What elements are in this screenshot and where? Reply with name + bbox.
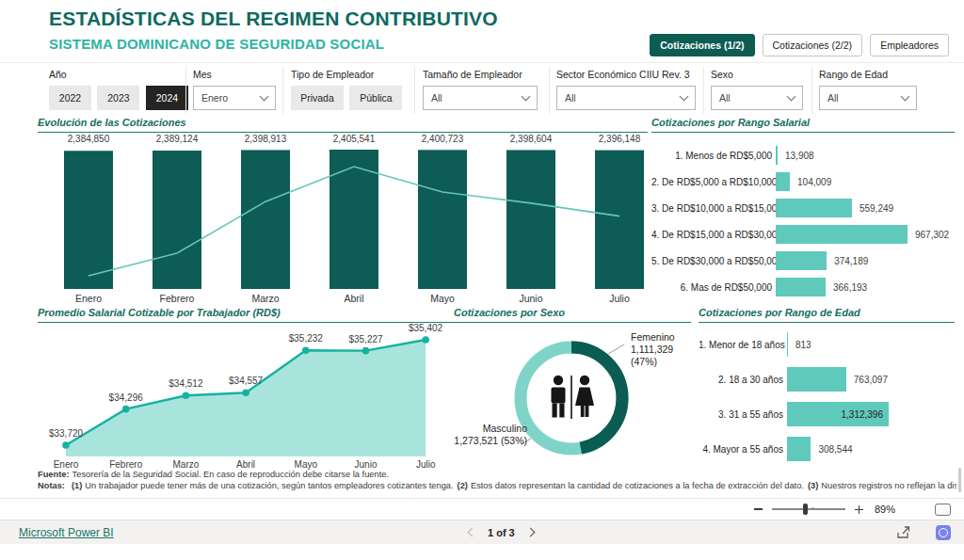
ano-2024-button[interactable]: 2024	[146, 86, 188, 110]
filter-edad-label: Rango de Edad	[819, 69, 917, 80]
zoom-out-icon[interactable]	[754, 508, 763, 510]
zoom-slider-handle[interactable]	[803, 504, 808, 515]
column-Julio[interactable]	[595, 151, 644, 289]
restroom-icons	[552, 376, 595, 419]
svg-text:Marzo: Marzo	[173, 459, 200, 470]
panel-sexo-title: Cotizaciones por Sexo	[454, 307, 691, 323]
point-Julio[interactable]	[422, 336, 429, 344]
tipo-publica-button[interactable]: Pública	[349, 86, 402, 110]
share-icon[interactable]	[896, 525, 911, 539]
next-page-icon[interactable]	[525, 528, 535, 537]
filter-ano: Año 2022 2023 2024	[49, 69, 190, 110]
femenino-name: Femenino	[631, 331, 691, 344]
prev-page-icon[interactable]	[468, 528, 477, 537]
hbar-row: 6. Mas de RD$50,000366,193	[651, 278, 955, 296]
svg-text:Enero: Enero	[75, 293, 102, 304]
hbar-row: 5. De RD$30,000 a RD$50,000374,189	[651, 251, 955, 270]
evolucion-chart: 2,384,850Enero2,389,124Febrero2,398,913M…	[38, 133, 648, 310]
tipo-privada-button[interactable]: Privada	[291, 86, 344, 110]
divider-line	[570, 376, 572, 419]
filter-tamano: Tamaño de Empleador All	[423, 69, 538, 110]
bar-2. 18 a 30 años[interactable]	[787, 367, 846, 392]
tamano-dropdown[interactable]: All	[423, 86, 538, 110]
bar-5. De RD$30,000 a RD$50,000[interactable]	[776, 251, 827, 270]
powerbi-brand-link[interactable]: Microsoft Power BI	[19, 526, 114, 539]
value-label: 813	[795, 340, 811, 350]
femenino-label: Femenino 1,111,329 (47%)	[631, 331, 691, 368]
point-Junio[interactable]	[362, 347, 370, 355]
nota-1-text: Un trabajador puede tener más de una cot…	[85, 481, 453, 490]
column-Marzo[interactable]	[241, 150, 290, 289]
ano-2022-button[interactable]: 2022	[49, 86, 91, 110]
bar-3. De RD$10,000 a RD$15,000[interactable]	[776, 199, 852, 217]
point-Mayo[interactable]	[302, 347, 310, 355]
point-Marzo[interactable]	[183, 392, 190, 399]
hbar-row: 4. De RD$15,000 a RD$30,000967,302	[651, 225, 955, 244]
promedio-salarial-chart: $33,720Enero$34,296Febrero$34,512Marzo$3…	[38, 323, 454, 473]
svg-text:$34,296: $34,296	[109, 392, 144, 403]
sexo-dropdown-value: All	[719, 92, 731, 104]
scrollbar-thumb[interactable]	[958, 468, 961, 492]
sector-dropdown[interactable]: All	[556, 86, 696, 110]
evolucion-svg: 2,384,850Enero2,389,124Febrero2,398,913M…	[38, 133, 648, 306]
fuente-text: Tesorería de la Seguridad Social. En cas…	[72, 470, 389, 479]
bar-6. Mas de RD$50,000[interactable]	[776, 278, 826, 296]
value-label: 763,097	[854, 375, 888, 385]
value-label: 967,302	[915, 230, 949, 240]
column-Abril[interactable]	[329, 150, 378, 289]
svg-text:$34,557: $34,557	[229, 376, 264, 386]
panel-rango-edad: Cotizaciones por Rango de Edad 1. Menor …	[699, 307, 955, 469]
column-Mayo[interactable]	[418, 150, 467, 289]
mes-dropdown[interactable]: Enero	[193, 86, 276, 110]
value-label: 374,189	[834, 256, 868, 266]
bar-1. Menor de 18 años[interactable]	[787, 332, 788, 357]
powerbi-app-icon[interactable]	[936, 525, 951, 540]
fuente-label: Fuente:	[38, 470, 70, 479]
value-label: 366,193	[833, 282, 867, 293]
chevron-down-icon	[522, 92, 531, 102]
notas-line: Notas:(1)Un trabajador puede tener más d…	[38, 481, 956, 492]
tab-cotizaciones-2[interactable]: Cotizaciones (2/2)	[763, 34, 863, 56]
tab-empleadores[interactable]: Empleadores	[870, 34, 949, 56]
bar-4. De RD$15,000 a RD$30,000[interactable]	[776, 225, 908, 244]
category-label: 4. De RD$15,000 a RD$30,000	[651, 230, 772, 240]
zoom-toolbar: 89%	[0, 498, 964, 520]
column-Junio[interactable]	[506, 150, 555, 289]
svg-text:Marzo: Marzo	[251, 293, 279, 304]
svg-text:$35,402: $35,402	[409, 323, 443, 333]
svg-text:Julio: Julio	[416, 459, 436, 470]
point-Febrero[interactable]	[122, 406, 130, 413]
panel-promedio-title: Promedio Salarial Cotizable por Trabajad…	[38, 307, 454, 323]
edad-dropdown[interactable]: All	[819, 86, 917, 110]
category-label: 3. De RD$10,000 a RD$15,000	[651, 203, 772, 214]
hbar-row: 1. Menos de RD$5,00013,908	[651, 146, 955, 165]
sexo-dropdown[interactable]: All	[711, 86, 803, 110]
point-Abril[interactable]	[242, 389, 249, 396]
column-Enero[interactable]	[64, 151, 113, 289]
fit-to-page-icon[interactable]	[935, 504, 951, 516]
rango-edad-chart: 1. Menor de 18 años8132. 18 a 30 años763…	[699, 323, 955, 461]
svg-text:2,398,604: 2,398,604	[510, 134, 553, 144]
femenino-value: 1,111,329 (47%)	[631, 344, 691, 368]
sexo-donut-chart: Femenino 1,111,329 (47%) Masculino 1,273…	[454, 323, 691, 473]
bar-2. De RD$5,000 a RD$10,000[interactable]	[776, 172, 790, 191]
category-label: 3. 31 a 55 años	[699, 409, 783, 420]
filter-sector: Sector Económico CIIU Rev. 3 All	[556, 69, 696, 110]
panel-rango-salarial: Cotizaciones por Rango Salarial 1. Menos…	[651, 117, 955, 305]
bar-4. Mayor a 55 años[interactable]	[787, 437, 811, 461]
point-Enero[interactable]	[62, 441, 70, 449]
filter-tamano-label: Tamaño de Empleador	[423, 69, 538, 80]
bar-1. Menos de RD$5,000[interactable]	[776, 146, 778, 165]
filter-sexo-label: Sexo	[711, 69, 803, 80]
tab-cotizaciones-1[interactable]: Cotizaciones (1/2)	[650, 34, 754, 56]
svg-text:Abril: Abril	[236, 459, 255, 470]
nota-2-text: Estos datos representan la cantidad de c…	[471, 481, 804, 490]
category-label: 1. Menor de 18 años	[699, 340, 783, 350]
zoom-in-icon[interactable]	[855, 505, 863, 514]
ano-2023-button[interactable]: 2023	[97, 86, 139, 110]
filter-tipo-empleador: Tipo de Empleador Privada Pública	[291, 69, 404, 110]
zoom-slider[interactable]	[772, 508, 845, 510]
svg-text:$35,227: $35,227	[348, 334, 383, 344]
column-Febrero[interactable]	[153, 151, 201, 289]
svg-text:Abril: Abril	[344, 293, 363, 304]
